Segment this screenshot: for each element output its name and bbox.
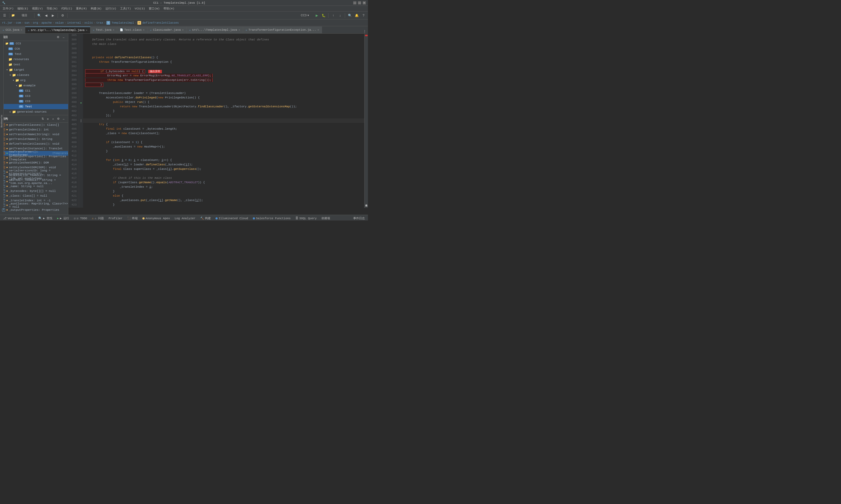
- tree-item-test-folder[interactable]: 📁 test: [0, 62, 68, 67]
- tab-transformer-exc[interactable]: ☕ TransformerConfigurationException.ja..…: [243, 26, 322, 33]
- bottom-tab-salesforce-functions[interactable]: Salesforce Functions: [251, 216, 293, 221]
- line-code[interactable]: [83, 47, 368, 51]
- tree-item-classes[interactable]: ▾ 📁 classes: [0, 72, 68, 78]
- bottom-tab-problems[interactable]: ⚠ ⚠ 问题: [90, 216, 106, 221]
- toolbar-back-icon[interactable]: ◀: [43, 13, 49, 18]
- line-code[interactable]: throws TransformerConfigurationException…: [83, 60, 368, 65]
- line-code[interactable]: if (_bytecodes == null) { 抛出异常: [83, 69, 368, 74]
- line-code[interactable]: [83, 136, 368, 141]
- breadcrumb-xalan[interactable]: xalan: [55, 21, 64, 24]
- tab-test-class[interactable]: 📄 Test.class ✕: [117, 26, 148, 33]
- menu-build[interactable]: 构建(B): [89, 6, 103, 11]
- bottom-tab-anonymous-apex[interactable]: Anonymous Apex: [140, 216, 172, 221]
- struct-item-get-output-props[interactable]: m ● getOutputProperties(): Properties IT…: [0, 156, 68, 160]
- breadcrumb-sun[interactable]: sun: [24, 21, 30, 24]
- struct-item-class[interactable]: f ● _class: Class[] = null: [0, 194, 68, 198]
- toolbar-help[interactable]: ?: [361, 13, 366, 18]
- line-code[interactable]: ErrorMsg err = new ErrorMsg(ErrorMsg.NO_…: [83, 74, 368, 78]
- tree-item-cc6[interactable]: CC CC6: [0, 46, 68, 51]
- tree-item-test[interactable]: CC Test: [0, 51, 68, 57]
- line-code[interactable]: [83, 119, 368, 123]
- struct-item-abstract-translet[interactable]: f ● ABSTRACT_TRANSLET: String = "com.sun…: [0, 179, 68, 184]
- breadcrumb-internal[interactable]: internal: [67, 21, 81, 24]
- tab-test-java-close[interactable]: ✕: [113, 28, 114, 32]
- menu-vcs[interactable]: VCS(S): [133, 6, 147, 11]
- line-code[interactable]: final Class superClass = _class[i].getSu…: [83, 167, 368, 172]
- tree-item-gen-sources[interactable]: ▸ 📁 generated-sources: [0, 109, 68, 114]
- line-code[interactable]: [83, 172, 368, 176]
- breadcrumb-templates-impl[interactable]: TemplatesImpl: [111, 21, 134, 24]
- toolbar-forward-icon[interactable]: ▶: [50, 13, 56, 18]
- toolbar-notifications[interactable]: 🔔: [354, 13, 360, 18]
- toolbar-search-icon[interactable]: 🔍: [36, 13, 42, 18]
- bottom-tab-log-analyzer[interactable]: Log Analyzer: [172, 216, 198, 221]
- tab-more-button[interactable]: ⋮: [361, 30, 368, 33]
- line-code[interactable]: private void defineTransletClasses() {: [83, 56, 368, 60]
- line-code[interactable]: }: [83, 190, 368, 194]
- breadcrumb-trax[interactable]: trax: [96, 21, 103, 24]
- line-code[interactable]: [83, 51, 368, 56]
- line-code[interactable]: AccessController.doPrivileged(new Privil…: [83, 96, 368, 101]
- maximize-button[interactable]: □: [358, 1, 361, 4]
- tab-test-class-close[interactable]: ✕: [143, 28, 144, 32]
- toolbar-menu-icon[interactable]: ☰: [2, 13, 7, 18]
- line-code[interactable]: _auxClasses = new HashMap<>();: [83, 145, 368, 150]
- menu-navigate[interactable]: 导航(N): [45, 6, 59, 11]
- breadcrumb-com[interactable]: com: [16, 21, 21, 24]
- line-code[interactable]: }: [83, 203, 368, 208]
- line-code[interactable]: [83, 34, 368, 38]
- toolbar-settings-icon[interactable]: ⚙: [59, 13, 66, 18]
- line-code[interactable]: _transletIndex = i;: [83, 185, 368, 190]
- bottom-tab-search[interactable]: 🔍 ▶ 查找: [36, 216, 54, 221]
- line-code[interactable]: throw new TransformerConfigurationExcept…: [83, 78, 368, 83]
- struct-collapse-btn[interactable]: –: [61, 116, 66, 121]
- tab-cc3[interactable]: ☕ CC3.java ✕: [0, 26, 25, 33]
- menu-refactor[interactable]: 重构(R): [74, 6, 89, 11]
- bottom-tab-version-control[interactable]: ⎇ Version Control: [1, 216, 36, 221]
- struct-add-btn[interactable]: +: [51, 116, 55, 121]
- line-code[interactable]: _class[i] = loader.defineClass(_bytecode…: [83, 163, 368, 167]
- line-code[interactable]: Defines the translet class and auxiliary…: [83, 38, 368, 42]
- line-code[interactable]: public Object run() {: [83, 101, 368, 105]
- toolbar-git-pull-icon[interactable]: ↓: [337, 13, 343, 18]
- bottom-tab-dependencies[interactable]: 依赖项: [319, 216, 332, 221]
- line-code[interactable]: return new TransletClassLoader(ObjectFac…: [83, 105, 368, 109]
- struct-sort-alpha-btn[interactable]: ⇅: [40, 116, 45, 121]
- menu-help[interactable]: 帮助(H): [162, 6, 176, 11]
- toolbar-run-config-indicator[interactable]: CC3 ▾: [297, 13, 313, 18]
- struct-item-output-props[interactable]: f ● _outputProperties: Properties: [0, 208, 68, 212]
- sidebar-collapse-btn[interactable]: –: [61, 35, 66, 40]
- tab-templates-impl2[interactable]: ☕ src\...\TemplatesImpl.java ✕: [187, 26, 243, 33]
- menu-view[interactable]: 视图(V): [31, 6, 45, 11]
- tree-item-cc1-class[interactable]: CC CC1: [0, 88, 68, 93]
- bookmarks-label[interactable]: Bookmarks: [1, 115, 3, 128]
- struct-item-get-translet-index[interactable]: m ● getTransletIndex(): int: [0, 127, 68, 132]
- bottom-tab-todo[interactable]: ☑ ☑ TODO: [72, 216, 89, 221]
- tree-item-test-class[interactable]: CC Test: [0, 104, 68, 109]
- toolbar-debug-button[interactable]: 🐛: [321, 13, 326, 18]
- minimize-button[interactable]: —: [353, 1, 356, 4]
- tab-cc3-close[interactable]: ✕: [21, 28, 22, 32]
- line-code[interactable]: _auxClasses.put(_class[i].getName(), _cl…: [83, 199, 368, 203]
- line-code[interactable]: for (int i = 0; i < classCount; i++) {: [83, 159, 368, 163]
- breadcrumb-org[interactable]: org: [33, 21, 38, 24]
- tree-item-resources[interactable]: 📁 resources: [0, 57, 68, 62]
- menu-edit[interactable]: 编辑(E): [16, 6, 30, 11]
- breadcrumb-apache[interactable]: apache: [41, 21, 52, 24]
- line-code[interactable]: try {: [83, 123, 368, 127]
- toolbar-global-search[interactable]: 🔍: [347, 13, 353, 18]
- line-code[interactable]: }: [83, 109, 368, 114]
- line-code[interactable]: [83, 154, 368, 159]
- line-code[interactable]: // Check if this is the main class: [83, 176, 368, 181]
- tab-templates-impl-close[interactable]: ✕: [86, 29, 87, 32]
- sidebar-gear-btn[interactable]: ⚙: [56, 35, 61, 40]
- line-code[interactable]: _class = new Class[classCount];: [83, 132, 368, 136]
- line-code[interactable]: final int classCount = _bytecodes.length…: [83, 127, 368, 132]
- menu-code[interactable]: 代码(C): [59, 6, 74, 11]
- line-code[interactable]: [83, 87, 368, 92]
- struct-sort-visibility-btn[interactable]: ≡: [46, 116, 50, 121]
- line-code[interactable]: TransletClassLoader loader = (TransletCl…: [83, 92, 368, 96]
- line-code[interactable]: }: [83, 150, 368, 154]
- struct-item-get-translet-name[interactable]: m ● getTransletName(): String: [0, 137, 68, 142]
- tab-test-java[interactable]: ☕ Test.java ✕: [90, 26, 117, 33]
